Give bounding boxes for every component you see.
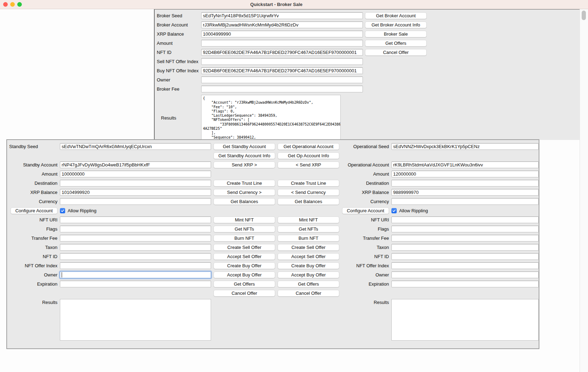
broker-sell-nft-offer-index-input[interactable] [201,58,363,65]
standby-nft-id-label: NFT ID [9,253,57,260]
standby-standby-account-input[interactable] [60,161,211,168]
operational-nft-offer-index-label: NFT Offer Index [342,262,389,269]
broker-broker-account-input[interactable] [201,22,363,28]
window-scrollbar-track[interactable] [580,9,588,372]
standby-allow-rippling-label: Allow Rippling [68,208,97,213]
zoom-window-button[interactable] [17,2,22,7]
operational-create-buy-offer-button[interactable]: Create Buy Offer [278,262,339,269]
operational-accept-buy-offer-button[interactable]: Accept Buy Offer [278,272,339,278]
operational-cancel-offer-button[interactable]: Cancel Offer [278,290,339,297]
standby-amount-input[interactable] [60,171,211,177]
broker-account-label: Broker Account [157,22,199,28]
operational-allow-rippling-label: Allow Rippling [399,208,428,213]
get-broker-account-button[interactable]: Get Broker Account [365,12,427,19]
operational-accept-sell-offer-button[interactable]: Accept Sell Offer [278,253,339,260]
standby-flags-input[interactable] [60,226,211,232]
standby-xrp-balance-input[interactable] [60,189,211,196]
operational-configure-account-button[interactable]: Configure Account [342,207,389,214]
broker-sale-button[interactable]: Broker Sale [365,31,427,37]
standby-burn-nft-button[interactable]: Burn NFT [213,235,275,242]
operational-get-operational-account-button[interactable]: Get Operational Account [278,143,339,150]
operational-expiration-input[interactable] [391,281,539,287]
standby-send-currency-button[interactable]: Send Currency > [213,189,275,196]
standby-flags-label: Flags [9,226,57,232]
operational-operational-seed-input[interactable] [391,143,539,150]
text-caret [62,272,62,278]
standby-accept-buy-offer-button[interactable]: Accept Buy Offer [213,272,275,278]
broker-buy-nft-offer-index-input[interactable] [201,67,363,74]
standby-nft-uri-label: NFT URI [9,217,57,223]
standby-get-standby-account-button[interactable]: Get Standby Account [213,143,275,150]
operational-operational-seed-label: Operational Seed [342,143,389,150]
broker-nft-id-input[interactable] [201,49,363,56]
operational-destination-input[interactable] [391,180,539,187]
standby-nft-offer-index-input[interactable] [60,262,211,269]
operational-mint-nft-button[interactable]: Mint NFT [278,217,339,223]
standby-send-xrp-button[interactable]: Send XRP > [213,161,275,168]
operational-get-nfts-button[interactable]: Get NFTs [278,226,339,232]
broker-owner-input[interactable] [201,77,363,83]
standby-results-label: Results [9,299,57,306]
operational-send-xrp-button[interactable]: < Send XRP [278,161,339,168]
broker-broker-seed-input[interactable] [201,12,363,19]
operational-get-offers-button[interactable]: Get Offers [278,281,339,287]
operational-nft-id-input[interactable] [391,253,539,260]
operational-nft-uri-input[interactable] [391,217,539,223]
standby-create-trust-line-button[interactable]: Create Trust Line [213,180,275,187]
broker-panel: Broker SeedGet Broker AccountBroker Acco… [154,9,580,140]
standby-get-standby-account-info-button[interactable]: Get Standby Account Info [213,152,275,159]
standby-create-buy-offer-button[interactable]: Create Buy Offer [213,262,275,269]
get-offers-button[interactable]: Get Offers [365,40,427,47]
standby-nft-id-input[interactable] [60,253,211,260]
standby-configure-account-button[interactable]: Configure Account [11,207,57,214]
operational-get-op-account-info-button[interactable]: Get Op Account Info [278,152,339,159]
operational-xrp-balance-label: XRP Balance [342,189,389,196]
standby-cancel-offer-button[interactable]: Cancel Offer [213,290,275,297]
operational-create-trust-line-button[interactable]: Create Trust Line [278,180,339,187]
operational-get-balances-button[interactable]: Get Balances [278,198,339,205]
operational-operational-account-input[interactable] [391,161,539,168]
standby-currency-input[interactable] [60,198,211,205]
standby-nft-uri-input[interactable] [60,217,211,223]
standby-owner-input[interactable] [60,272,211,278]
minimize-window-button[interactable] [10,2,15,7]
operational-amount-input[interactable] [391,171,539,177]
standby-get-offers-button[interactable]: Get Offers [213,281,275,287]
standby-create-sell-offer-button[interactable]: Create Sell Offer [213,244,275,251]
standby-get-nfts-button[interactable]: Get NFTs [213,226,275,232]
broker-broker-fee-input[interactable] [201,86,363,92]
operational-nft-offer-index-input[interactable] [391,262,539,269]
standby-taxon-input[interactable] [60,244,211,251]
standby-standby-account-label: Standby Account [9,161,57,168]
standby-amount-label: Amount [9,171,57,177]
standby-expiration-input[interactable] [60,281,211,287]
standby-mint-nft-button[interactable]: Mint NFT [213,217,275,223]
operational-flags-input[interactable] [391,226,539,232]
broker-xrp-balance-input[interactable] [201,31,363,37]
standby-standby-seed-input[interactable] [60,143,211,150]
operational-transfer-fee-input[interactable] [391,235,539,242]
standby-get-balances-button[interactable]: Get Balances [213,198,275,205]
cancel-offer-button[interactable]: Cancel Offer [365,49,427,56]
standby-destination-input[interactable] [60,180,211,187]
broker-fee-label: Broker Fee [157,86,199,92]
operational-owner-input[interactable] [391,272,539,278]
get-broker-account-info-button[interactable]: Get Broker Account Info [365,22,427,28]
operational-burn-nft-button[interactable]: Burn NFT [278,235,339,242]
operational-destination-label: Destination [342,180,389,187]
operational-xrp-balance-input[interactable] [391,189,539,196]
operational-allow-rippling-checkbox[interactable] [391,208,397,213]
standby-transfer-fee-input[interactable] [60,235,211,242]
window-scrollbar-thumb[interactable] [582,11,586,20]
standby-allow-rippling-checkbox[interactable] [60,208,65,213]
standby-transfer-fee-label: Transfer Fee [9,235,57,242]
standby-accept-sell-offer-button[interactable]: Accept Sell Offer [213,253,275,260]
operational-send-currency-button[interactable]: < Send Currency [278,189,339,196]
operational-currency-input[interactable] [391,198,539,205]
nft-id-label: NFT ID [157,49,199,56]
operational-taxon-input[interactable] [391,244,539,251]
standby-owner-label: Owner [9,272,57,278]
close-window-button[interactable] [3,2,8,7]
operational-create-sell-offer-button[interactable]: Create Sell Offer [278,244,339,251]
broker-amount-input[interactable] [201,40,363,47]
